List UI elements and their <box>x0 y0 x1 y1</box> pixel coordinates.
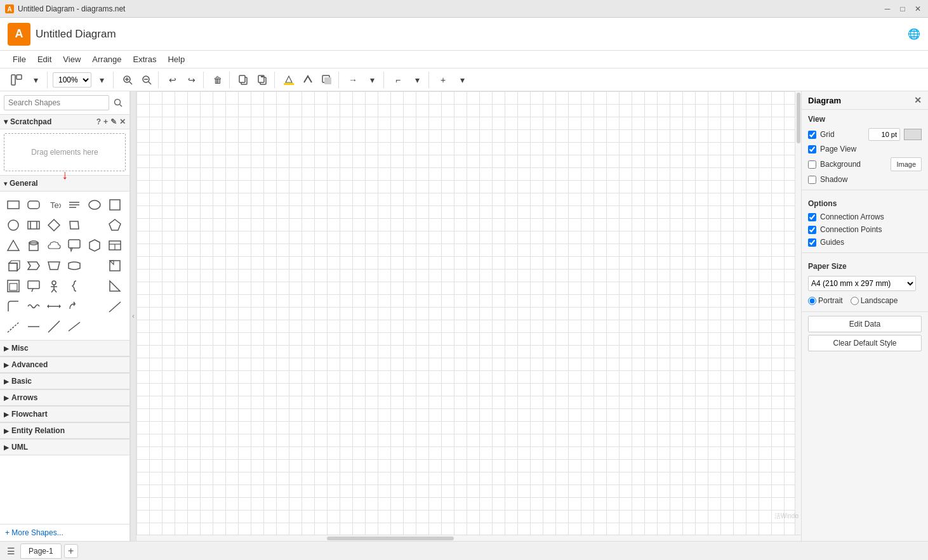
section-basic[interactable]: ▶ Basic <box>0 373 129 389</box>
background-checkbox[interactable] <box>808 160 816 169</box>
shape-line2[interactable] <box>4 317 23 336</box>
horizontal-scrollbar[interactable] <box>136 535 801 541</box>
shape-hexagon2[interactable] <box>85 236 104 255</box>
shape-text[interactable]: Text <box>44 195 63 214</box>
shape-brace[interactable] <box>65 277 84 296</box>
shape-parallelogram[interactable] <box>65 216 84 235</box>
shape-partial[interactable] <box>105 277 124 296</box>
shadow-checkbox[interactable] <box>808 176 816 184</box>
shape-cylinder[interactable] <box>24 236 43 255</box>
search-input[interactable] <box>4 95 109 110</box>
shape-pentagon[interactable] <box>105 216 124 235</box>
shape-document[interactable] <box>105 256 124 275</box>
right-panel-close[interactable]: ✕ <box>914 95 922 105</box>
shape-text-block[interactable] <box>65 195 84 214</box>
shape-person[interactable] <box>44 277 63 296</box>
guides-checkbox[interactable] <box>808 238 816 247</box>
paper-size-select[interactable]: A4 (210 mm x 297 mm) A3 (297 mm x 420 mm… <box>808 276 916 291</box>
edit-data-button[interactable]: Edit Data <box>808 316 922 332</box>
grid-value-input[interactable] <box>868 128 900 141</box>
connection-points-checkbox[interactable] <box>808 226 816 234</box>
shape-rectangle[interactable] <box>4 195 23 214</box>
section-advanced[interactable]: ▶ Advanced <box>0 356 129 373</box>
maximize-button[interactable]: □ <box>898 4 908 14</box>
grid-checkbox[interactable] <box>808 131 816 139</box>
fill-color-button[interactable] <box>280 72 298 88</box>
scratchpad-close-button[interactable]: ✕ <box>119 117 126 126</box>
shape-table[interactable] <box>105 236 124 255</box>
zoom-out-button[interactable] <box>138 72 156 88</box>
format-dropdown[interactable]: ▾ <box>27 72 44 88</box>
shape-square[interactable] <box>105 195 124 214</box>
clear-default-style-button[interactable]: Clear Default Style <box>808 335 922 351</box>
scrollbar-thumb[interactable] <box>327 537 454 540</box>
copy-button[interactable] <box>235 72 253 88</box>
shape-diamond[interactable] <box>44 216 63 235</box>
page-tab-1[interactable]: Page-1 <box>20 544 62 559</box>
scratchpad-edit-button[interactable]: ✎ <box>110 117 117 126</box>
redo-button[interactable]: ↪ <box>183 72 201 88</box>
format-panel-toggle[interactable] <box>8 72 25 88</box>
add-page-button[interactable]: + <box>64 544 78 558</box>
scratchpad-collapse-arrow[interactable]: ▾ <box>4 117 8 126</box>
landscape-radio[interactable] <box>851 297 859 305</box>
vertical-scrollbar[interactable] <box>795 91 801 535</box>
shape-line1[interactable] <box>105 297 124 316</box>
shape-rounded-rect[interactable] <box>24 195 43 214</box>
shape-wave[interactable] <box>24 297 43 316</box>
shape-triangle[interactable] <box>4 236 23 255</box>
shadow-button[interactable] <box>318 72 336 88</box>
section-misc[interactable]: ▶ Misc <box>0 340 129 356</box>
shape-callout[interactable] <box>65 236 84 255</box>
shape-cloud[interactable] <box>44 236 63 255</box>
menu-view[interactable]: View <box>58 53 86 65</box>
globe-icon[interactable]: 🌐 <box>908 28 920 40</box>
scratchpad-help-button[interactable]: ? <box>96 117 101 126</box>
landscape-label[interactable]: Landscape <box>851 296 898 305</box>
page-menu-button[interactable]: ☰ <box>4 544 18 558</box>
zoom-select[interactable]: 100%50%75%125%150% <box>53 72 91 88</box>
shape-frame[interactable] <box>4 277 23 296</box>
insert-dropdown[interactable]: ▾ <box>453 72 471 88</box>
line-color-button[interactable] <box>299 72 317 88</box>
zoom-dropdown[interactable]: ▾ <box>93 72 110 88</box>
page-view-checkbox[interactable] <box>808 145 816 153</box>
vertical-scrollbar-thumb[interactable] <box>797 93 800 143</box>
close-window-button[interactable]: ✕ <box>913 4 923 14</box>
shape-line5[interactable] <box>65 317 84 336</box>
section-entity-relation[interactable]: ▶ Entity Relation <box>0 422 129 439</box>
menu-extras[interactable]: Extras <box>128 53 162 65</box>
background-image-button[interactable]: Image <box>891 157 922 171</box>
section-flowchart[interactable]: ▶ Flowchart <box>0 406 129 422</box>
menu-help[interactable]: Help <box>162 53 190 65</box>
panel-collapse-handle[interactable]: ‹ <box>130 91 136 541</box>
shape-double-arrow[interactable] <box>44 297 63 316</box>
shape-rounded-corner[interactable] <box>4 297 23 316</box>
shape-hexagon[interactable] <box>85 216 104 235</box>
shape-curved-arrow[interactable] <box>65 297 84 316</box>
scratchpad-add-button[interactable]: + <box>103 117 108 126</box>
shape-ellipse[interactable] <box>85 195 104 214</box>
shape-callout2[interactable] <box>24 277 43 296</box>
menu-edit[interactable]: Edit <box>32 53 56 65</box>
shape-half-circle[interactable] <box>85 277 104 296</box>
canvas-area[interactable]: 活Windo <box>136 91 801 541</box>
diagram-title[interactable]: Untitled Diagram <box>36 28 116 41</box>
connection-arrows-checkbox[interactable] <box>808 213 816 221</box>
shape-line4[interactable] <box>44 317 63 336</box>
delete-button[interactable]: 🗑 <box>209 72 227 88</box>
shape-note[interactable] <box>85 256 104 275</box>
more-shapes-button[interactable]: + More Shapes... <box>0 524 129 541</box>
grid-color-picker[interactable] <box>904 129 922 140</box>
waypoint-button[interactable]: ⌐ <box>389 72 407 88</box>
undo-button[interactable]: ↩ <box>164 72 182 88</box>
section-uml[interactable]: ▶ UML <box>0 439 129 455</box>
connection-style-button[interactable]: → <box>344 72 362 88</box>
shape-process[interactable] <box>24 216 43 235</box>
menu-arrange[interactable]: Arrange <box>87 53 126 65</box>
waypoint-dropdown[interactable]: ▾ <box>408 72 426 88</box>
shape-cube[interactable] <box>4 256 23 275</box>
minimize-button[interactable]: ─ <box>882 4 892 14</box>
shape-chevron[interactable] <box>24 256 43 275</box>
insert-button[interactable]: + <box>434 72 452 88</box>
